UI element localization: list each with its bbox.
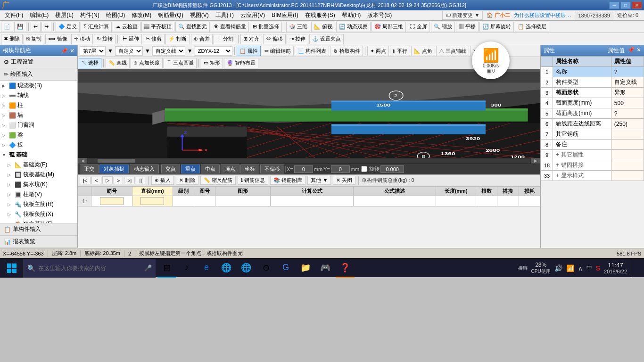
prop-name-18[interactable]: + 锚固搭接 [553,160,611,171]
vertex-btn[interactable]: 顶点 [221,165,239,173]
flatten2-btn[interactable]: ▥ 平移 [456,22,479,32]
tree-item-pit[interactable]: ▷⬛集水坑(K) [0,180,77,189]
graph-input-btn[interactable]: ✏ 绘图输入 [0,68,77,81]
prop-name-33[interactable]: + 显示样式 [553,171,611,181]
split-btn[interactable]: ⋮ 分割 [214,34,236,44]
tree-item-raft[interactable]: ▷🔲筏板基础(M) [0,170,77,180]
redo-btn[interactable]: ↪ [41,22,51,32]
rebar-delete-btn[interactable]: ✕ 删除 [176,176,198,185]
custom-select[interactable]: 自定义 [115,46,143,56]
3d-btn[interactable]: 🎲 三维 [286,22,310,32]
save-btn[interactable]: 💾 [14,22,26,32]
prop-val-5[interactable]: ? [611,108,644,119]
undo-btn[interactable]: ↩ [31,22,41,32]
tree-item-axis[interactable]: ▷➖轴线 [0,90,77,100]
tree-item-found-beam[interactable]: ▷📐基础梁(F) [0,160,77,170]
layer-select[interactable]: 第7层 [80,46,106,56]
merge-btn[interactable]: ⊕ 合并 [191,34,213,44]
coord-btn[interactable]: 坐标 [240,165,259,173]
prop-close-icon[interactable]: ✕ [636,47,641,55]
tree-item-opening[interactable]: ▷⬜门窗洞 [0,120,77,130]
define-btn[interactable]: 🔷 定义 [56,22,80,32]
rebar-first-btn[interactable]: |< [80,177,91,184]
tree-item-raft-neg[interactable]: ▷🔧筏板负筋(X) [0,209,77,219]
point-length-btn[interactable]: ⊕ 点加长度 [131,58,163,68]
prop-row-33[interactable]: 33 + 显示样式 [541,171,644,181]
line-btn[interactable]: 📏 直线 [106,58,130,68]
minimize-button[interactable]: ─ [609,1,619,9]
tree-item-ind-found[interactable]: ▷🏠独立基础(F) [0,219,77,223]
component-select[interactable]: ZDYX-12 [195,46,232,56]
taskbar-app-browser2[interactable]: 🌐 [237,259,256,278]
expand-display[interactable]: + [556,172,559,179]
y-input[interactable] [331,165,350,173]
rotate-checkbox[interactable] [361,166,367,172]
search-input[interactable] [38,265,141,272]
screen-rotate-btn[interactable]: 🔃 屏幕旋转 [479,22,514,32]
close-button[interactable]: ✕ [632,1,642,9]
prop-row-18[interactable]: 18 + 锚固搭接 [541,160,644,171]
plan-view-btn[interactable]: 📐 俯视 [311,22,335,32]
taskbar-app-g[interactable]: G [276,259,295,278]
network-tray[interactable]: 接链 [518,265,528,272]
taskbar-app-ggj[interactable]: ❓ [336,259,355,278]
dynamic-input-btn[interactable]: 动态输入 [130,165,159,173]
chevron-up-icon[interactable]: ∧ [578,264,583,272]
rebar-table-wrap[interactable]: 筋号 直径(mm) 级别 图号 图形 计算公式 公式描述 长度(mm) 根数 搭… [78,186,540,248]
tree-item-raft-main[interactable]: ▷🔩筏板主筋(R) [0,199,77,209]
row-diameter[interactable] [132,196,173,206]
single-component-btn[interactable]: 📋单构件输入 [0,223,77,236]
fullscreen-btn[interactable]: ⛶ 全屏 [407,22,429,32]
rebar-close-btn[interactable]: ✕ 关闭 [333,176,355,185]
delete-btn[interactable]: ✖ 删除 [1,34,23,44]
nav-close-icon[interactable]: ✕ [70,48,74,54]
nav-pin[interactable]: 📌 [61,48,68,54]
prop-val-1[interactable]: ? [611,67,644,77]
pick-component-btn[interactable]: 🖱 拾取构件 [330,46,363,56]
rebar-next-btn[interactable]: > [114,177,123,184]
menu-edit[interactable]: 编辑(E) [27,10,51,20]
select-layer-btn[interactable]: 📋 选择楼层 [515,22,549,32]
tree-item-floor[interactable]: ▷🔷板 [0,140,77,150]
3d-viewport[interactable]: 1500 300 3920 2680 1360 1200 2 B [78,69,540,164]
smart-layout-btn[interactable]: 🔮 智能布置 [224,58,258,68]
menu-view[interactable]: 视图(V) [187,10,212,20]
menu-bim[interactable]: BIM应用(I) [269,10,301,20]
expand-anchor[interactable]: + [556,162,559,168]
taskbar-app-music[interactable]: ♪ [177,259,196,278]
extend-btn[interactable]: ⊢ 延伸 [120,34,142,44]
menu-component[interactable]: 构件(N) [77,10,102,20]
center-btn[interactable]: 中点 [201,165,220,173]
parallel-btn[interactable]: ⫿ 平行 [390,46,410,56]
stretch-btn[interactable]: ⇥ 拉伸 [287,34,308,44]
point-angle-btn[interactable]: 📐 点角 [411,46,435,56]
rebar-pause-btn[interactable]: || [136,177,145,184]
intersection-btn[interactable]: 交点 [161,165,180,173]
local-3d-btn[interactable]: 🎯 局部三维 [372,22,406,32]
view-rebar-btn[interactable]: 👁 查看钢筋量 [211,22,249,32]
rebar-last-btn[interactable]: >| [124,177,135,184]
offset-btn[interactable]: ⇔ 偏移 [263,34,286,44]
taskbar-app-game[interactable]: 🎮 [316,259,335,278]
mirror-btn[interactable]: ⟺ 镜像 [45,34,70,44]
trim-btn[interactable]: ✂ 修剪 [143,34,165,44]
midpoint-btn[interactable]: 重点 [181,165,200,173]
edit-rebar-btn[interactable]: ✏ 编辑钢筋 [262,46,294,56]
rect-btn[interactable]: ▭ 矩形 [201,58,223,68]
menu-modify[interactable]: 修改(M) [129,10,154,20]
rebar-lib-btn[interactable]: 📚 钢筋图库 [270,176,305,185]
taskbar-app-edge[interactable]: e [197,259,216,278]
rebar-scale-btn[interactable]: 📏 缩尺配筋 [200,176,236,185]
tree-item-wall[interactable]: ▷🟫墙 [0,110,77,120]
flatten-btn[interactable]: ▤ 平齐板顶 [141,22,174,32]
menu-floor[interactable]: 楼层(L) [52,10,76,20]
rebar-play-btn[interactable]: ▷ [102,176,113,184]
new-change-btn[interactable]: 🏷 新建变更 ▼ [442,11,483,20]
project-setup-btn[interactable]: ⚙ 工程设置 [0,56,77,68]
h-scrollbar-thumb[interactable] [98,159,135,163]
maximize-button[interactable]: □ [620,1,631,9]
object-snap-btn[interactable]: 对象捕捉 [99,165,129,173]
rebar-info-btn[interactable]: ℹ 钢筋信息 [238,176,268,185]
zoom-btn[interactable]: 🔍 缩放 [431,22,455,32]
tree-item-slab[interactable]: ▶🟦现浇板(B) [0,81,77,90]
